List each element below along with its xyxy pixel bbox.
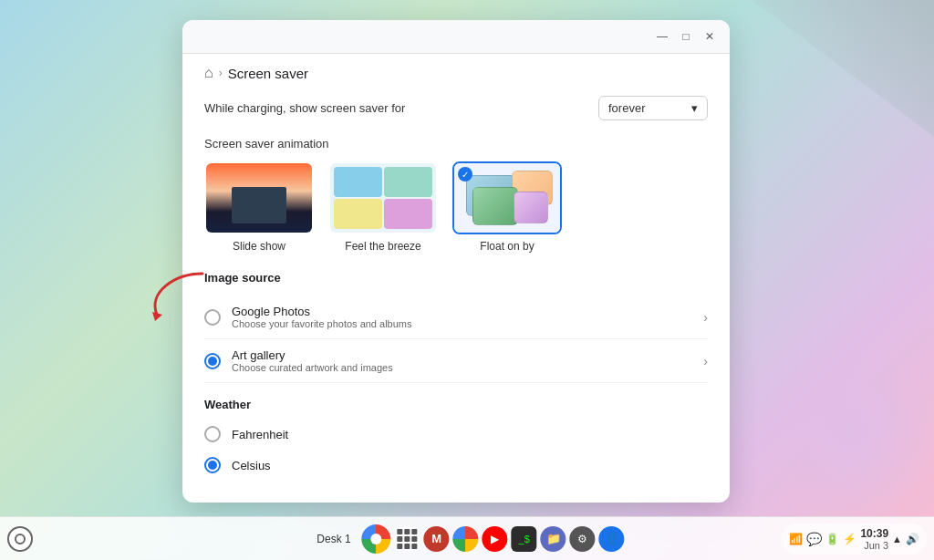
chrome-app-icon[interactable] <box>362 524 391 554</box>
float-photo-4 <box>514 192 548 223</box>
celsius-option[interactable]: Celsius <box>204 450 708 481</box>
taskbar-center: Desk 1 M ▶ _$ 📁 ⚙ 👤 <box>309 524 624 554</box>
bg-decoration-right <box>770 341 934 524</box>
google-photos-desc: Choose your favorite photos and albums <box>232 318 412 329</box>
slideshow-label: Slide show <box>233 240 285 253</box>
fahrenheit-label: Fahrenheit <box>232 428 288 441</box>
float-thumbnail: ✓ <box>452 161 562 234</box>
avatar-icon[interactable]: 👤 <box>599 526 625 552</box>
photos-icon[interactable] <box>453 526 479 552</box>
apps-grid-icon[interactable] <box>395 526 420 552</box>
art-gallery-desc: Choose curated artwork and images <box>232 362 393 373</box>
breadcrumb: ⌂ › Screen saver <box>204 54 708 96</box>
art-gallery-title: Art gallery <box>232 348 393 362</box>
google-photos-chevron-icon: › <box>703 310 708 325</box>
wifi-signal-icon: ▲ <box>892 534 902 544</box>
art-gallery-left: Art gallery Choose curated artwork and i… <box>204 348 393 373</box>
breeze-cell-3 <box>334 199 382 229</box>
breeze-preview <box>330 163 436 233</box>
animation-option-breeze[interactable]: Feel the breeze <box>328 161 438 253</box>
system-tray: 📶 💬 🔋 ⚡ 10:39 Jun 3 ▲ 🔊 <box>782 524 927 555</box>
breeze-cell-1 <box>334 167 382 197</box>
slideshow-preview <box>206 163 312 233</box>
page-title: Screen saver <box>228 66 308 81</box>
art-gallery-option[interactable]: Art gallery Choose curated artwork and i… <box>204 339 708 383</box>
charging-row: While charging, show screen saver for fo… <box>204 96 708 120</box>
slideshow-thumbnail <box>204 161 314 234</box>
fahrenheit-radio[interactable] <box>204 426 221 442</box>
weather-title: Weather <box>204 398 708 411</box>
google-photos-left: Google Photos Choose your favorite photo… <box>204 305 412 329</box>
charging-value: forever <box>608 101 645 115</box>
date-display: Jun 3 <box>860 540 888 551</box>
svg-marker-0 <box>152 312 162 321</box>
network-icon: 📶 <box>789 533 803 545</box>
animation-options: Slide show Feel the breeze <box>204 161 708 253</box>
home-icon[interactable]: ⌂ <box>204 65 213 81</box>
taskbar: Desk 1 M ▶ _$ 📁 ⚙ 👤 📶 <box>0 516 934 560</box>
selected-check-icon: ✓ <box>458 167 472 181</box>
image-source-title: Image source <box>204 271 708 285</box>
celsius-radio[interactable] <box>204 457 221 473</box>
clock[interactable]: 10:39 Jun 3 <box>860 527 888 551</box>
bg-decoration <box>752 0 934 137</box>
battery-icon: 🔋 <box>825 533 839 545</box>
taskbar-left <box>7 526 33 552</box>
google-photos-title: Google Photos <box>232 305 412 318</box>
maximize-button[interactable]: □ <box>677 27 695 46</box>
taskbar-right: 📶 💬 🔋 ⚡ 10:39 Jun 3 ▲ 🔊 <box>782 524 927 555</box>
animation-section-title: Screen saver animation <box>204 137 708 150</box>
charging-dropdown[interactable]: forever ▾ <box>598 96 708 120</box>
google-photos-text: Google Photos Choose your favorite photo… <box>232 305 412 329</box>
art-gallery-chevron-icon: › <box>703 354 708 368</box>
animation-option-slideshow[interactable]: Slide show <box>204 161 314 253</box>
close-button[interactable]: ✕ <box>700 27 719 46</box>
charging-label: While charging, show screen saver for <box>204 101 405 115</box>
celsius-label: Celsius <box>232 459 271 472</box>
chevron-down-icon: ▾ <box>691 101 698 115</box>
time-display: 10:39 <box>860 527 888 540</box>
breeze-label: Feel the breeze <box>345 240 420 253</box>
gmail-icon[interactable]: M <box>424 526 450 552</box>
google-photos-option[interactable]: Google Photos Choose your favorite photo… <box>204 296 708 339</box>
launcher-button[interactable] <box>7 526 33 552</box>
art-gallery-radio[interactable] <box>204 353 221 369</box>
float-label: Float on by <box>480 240 534 253</box>
breeze-cell-2 <box>384 167 432 197</box>
float-preview: ✓ <box>454 163 560 233</box>
float-photos-preview <box>462 171 553 225</box>
breadcrumb-chevron-icon: › <box>219 67 223 79</box>
terminal-icon[interactable]: _$ <box>512 526 537 552</box>
window-content: ⌂ › Screen saver While charging, show sc… <box>182 54 730 503</box>
window-titlebar: — □ ✕ <box>182 20 730 54</box>
breeze-cell-4 <box>384 199 432 229</box>
volume-icon: 🔊 <box>906 533 919 545</box>
fahrenheit-option[interactable]: Fahrenheit <box>204 419 708 450</box>
animation-option-float[interactable]: ✓ Float on by <box>452 161 562 253</box>
breeze-thumbnail <box>328 161 438 234</box>
art-gallery-text: Art gallery Choose curated artwork and i… <box>232 348 393 373</box>
files-icon[interactable]: 📁 <box>541 526 566 552</box>
bluetooth-icon: ⚡ <box>843 533 856 545</box>
extension-icon[interactable]: ⚙ <box>570 526 596 552</box>
whatsapp-icon[interactable]: 💬 <box>806 532 822 546</box>
google-photos-radio[interactable] <box>204 309 221 326</box>
minimize-button[interactable]: — <box>653 27 671 46</box>
float-photo-3 <box>472 187 518 225</box>
settings-window: — □ ✕ ⌂ › Screen saver While charging, s… <box>182 20 730 503</box>
desk-label: Desk 1 <box>309 533 358 545</box>
youtube-icon[interactable]: ▶ <box>483 526 508 552</box>
